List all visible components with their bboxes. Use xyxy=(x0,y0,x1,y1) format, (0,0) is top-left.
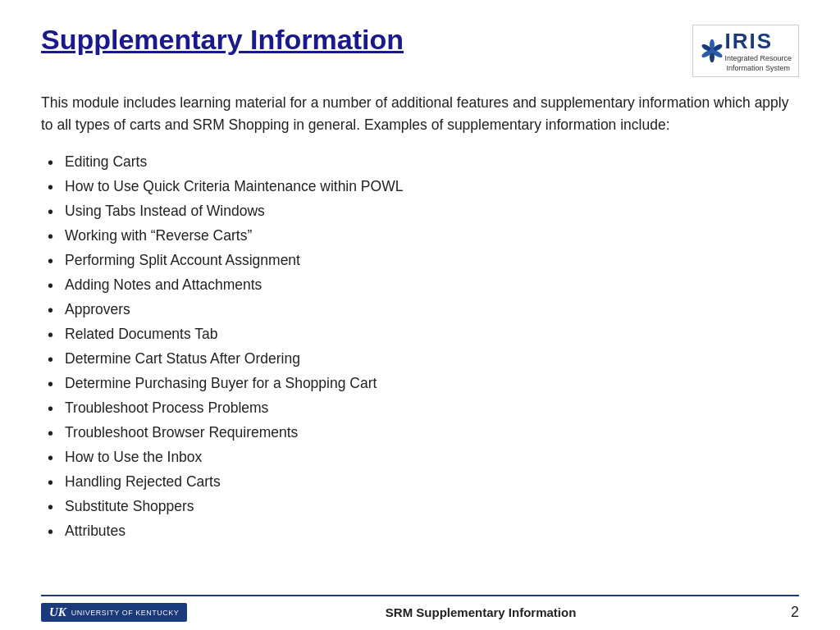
list-item: Attributes xyxy=(41,521,799,542)
list-item: Troubleshoot Browser Requirements xyxy=(41,422,799,444)
iris-flower-icon xyxy=(700,39,724,63)
iris-subtitle: Integrated Resource Information System xyxy=(724,54,792,73)
list-item: Performing Split Account Assignment xyxy=(41,250,799,272)
svg-point-6 xyxy=(710,48,714,53)
list-item: Troubleshoot Process Problems xyxy=(41,398,799,419)
page-title: Supplementary Information xyxy=(41,25,404,55)
list-item: Adding Notes and Attachments xyxy=(41,275,799,296)
list-item: How to Use the Inbox xyxy=(41,447,799,468)
logo-area: IRIS Integrated Resource Information Sys… xyxy=(692,25,799,77)
iris-brand: IRIS Integrated Resource Information Sys… xyxy=(724,29,792,73)
uk-logo: UK UNIVERSITY OF KENTUCKY xyxy=(41,603,187,622)
slide-header: Supplementary Information xyxy=(41,25,799,77)
list-item: Editing Carts xyxy=(41,152,799,173)
list-item: Determine Cart Status After Ordering xyxy=(41,349,799,370)
list-item: Substitute Shoppers xyxy=(41,496,799,518)
iris-logo: IRIS Integrated Resource Information Sys… xyxy=(692,25,799,77)
list-item: Using Tabs Instead of Windows xyxy=(41,201,799,222)
list-item: How to Use Quick Criteria Maintenance wi… xyxy=(41,176,799,198)
intro-paragraph: This module includes learning material f… xyxy=(41,92,799,135)
list-item: Handling Rejected Carts xyxy=(41,472,799,493)
list-item: Working with “Reverse Carts” xyxy=(41,226,799,247)
slide: Supplementary Information xyxy=(0,0,840,630)
list-item: Determine Purchasing Buyer for a Shoppin… xyxy=(41,373,799,395)
page-number: 2 xyxy=(774,604,799,621)
list-item: Related Documents Tab xyxy=(41,324,799,345)
bullet-list: Editing Carts How to Use Quick Criteria … xyxy=(41,152,799,587)
list-item: Approvers xyxy=(41,299,799,321)
slide-footer: UK UNIVERSITY OF KENTUCKY SRM Supplement… xyxy=(41,595,799,630)
footer-title: SRM Supplementary Information xyxy=(187,605,774,619)
